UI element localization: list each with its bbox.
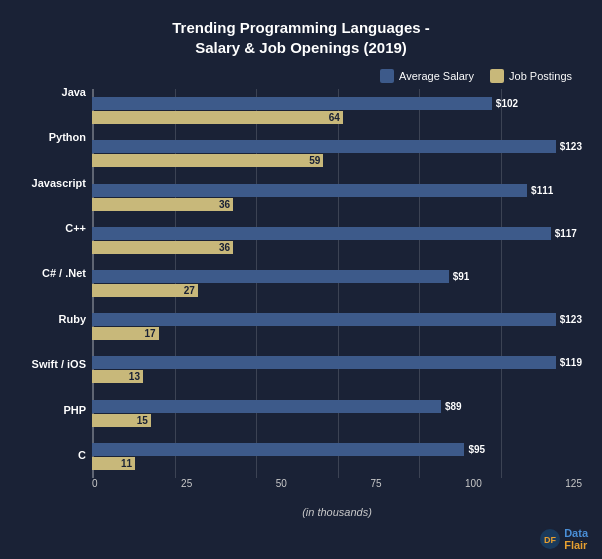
jobs-label-8: 11 xyxy=(121,458,132,469)
legend-salary: Average Salary xyxy=(380,69,474,83)
bar-group-ruby: $12317 xyxy=(92,305,582,348)
bars-wrapper: $10264$12359$11136$11736$9127$12317$1191… xyxy=(92,89,582,500)
salary-label-3: $117 xyxy=(555,228,577,239)
x-tick-5: 125 xyxy=(565,478,582,489)
salary-bar-row-8: $95 xyxy=(92,443,582,456)
chart-container: Trending Programming Languages - Salary … xyxy=(0,0,602,559)
bar-group-python: $12359 xyxy=(92,132,582,175)
jobs-label-3: 36 xyxy=(219,242,230,253)
legend-jobs: Job Postings xyxy=(490,69,572,83)
salary-bar-row-3: $117 xyxy=(92,227,582,240)
y-label-java: Java xyxy=(20,69,86,114)
jobs-bar-5: 17 xyxy=(92,327,159,340)
x-ticks: 0255075100125 xyxy=(92,478,582,489)
salary-bar-6 xyxy=(92,356,556,369)
x-tick-2: 50 xyxy=(276,478,287,489)
jobs-bar-row-2: 36 xyxy=(92,198,582,211)
jobs-bar-7: 15 xyxy=(92,414,151,427)
x-tick-1: 25 xyxy=(181,478,192,489)
salary-label-2: $111 xyxy=(531,185,553,196)
legend-salary-color xyxy=(380,69,394,83)
jobs-label-0: 64 xyxy=(329,112,340,123)
y-label-javascript: Javascript xyxy=(20,160,86,205)
salary-bar-row-6: $119 xyxy=(92,356,582,369)
salary-label-7: $89 xyxy=(445,401,462,412)
jobs-bar-row-3: 36 xyxy=(92,241,582,254)
jobs-bar-8: 11 xyxy=(92,457,135,470)
jobs-label-4: 27 xyxy=(184,285,195,296)
bar-group-c: $11736 xyxy=(92,219,582,262)
salary-bar-row-5: $123 xyxy=(92,313,582,326)
salary-label-0: $102 xyxy=(496,98,518,109)
jobs-bar-row-0: 64 xyxy=(92,111,582,124)
jobs-bar-4: 27 xyxy=(92,284,198,297)
salary-bar-row-4: $91 xyxy=(92,270,582,283)
jobs-bar-row-4: 27 xyxy=(92,284,582,297)
chart-area: JavaPythonJavascriptC++C# / .NetRubySwif… xyxy=(20,69,582,500)
bars-inner: $10264$12359$11136$11736$9127$12317$1191… xyxy=(92,89,582,478)
salary-label-4: $91 xyxy=(453,271,470,282)
y-label-c: C++ xyxy=(20,205,86,250)
salary-bar-row-1: $123 xyxy=(92,140,582,153)
salary-bar-1 xyxy=(92,140,556,153)
svg-text:DF: DF xyxy=(544,535,556,545)
jobs-label-7: 15 xyxy=(137,415,148,426)
salary-bar-row-7: $89 xyxy=(92,400,582,413)
x-axis: 0255075100125 (in thousands) xyxy=(92,478,582,500)
x-axis-label: (in thousands) xyxy=(92,506,582,518)
jobs-bar-1: 59 xyxy=(92,154,323,167)
y-axis-labels: JavaPythonJavascriptC++C# / .NetRubySwif… xyxy=(20,69,92,500)
jobs-bar-row-6: 13 xyxy=(92,370,582,383)
bar-group-java: $10264 xyxy=(92,89,582,132)
salary-bar-8 xyxy=(92,443,464,456)
jobs-bar-row-5: 17 xyxy=(92,327,582,340)
jobs-label-5: 17 xyxy=(145,328,156,339)
legend: Average Salary Job Postings xyxy=(92,69,582,83)
salary-bar-2 xyxy=(92,184,527,197)
y-label-swiftios: Swift / iOS xyxy=(20,342,86,387)
bar-group-cnet: $9127 xyxy=(92,262,582,305)
bar-group-javascript: $11136 xyxy=(92,175,582,218)
x-tick-4: 100 xyxy=(465,478,482,489)
salary-bar-0 xyxy=(92,97,492,110)
y-label-ruby: Ruby xyxy=(20,296,86,341)
jobs-bar-6: 13 xyxy=(92,370,143,383)
salary-label-8: $95 xyxy=(468,444,485,455)
bar-group-php: $8915 xyxy=(92,392,582,435)
salary-label-6: $119 xyxy=(560,357,582,368)
bar-group-c: $9511 xyxy=(92,435,582,478)
legend-salary-label: Average Salary xyxy=(399,70,474,82)
salary-bar-row-2: $111 xyxy=(92,184,582,197)
bars-section: Average Salary Job Postings $10264$12359… xyxy=(92,69,582,500)
jobs-label-1: 59 xyxy=(309,155,320,166)
dataflair-logo: DF DataFlair xyxy=(539,527,588,551)
salary-bar-row-0: $102 xyxy=(92,97,582,110)
jobs-bar-row-1: 59 xyxy=(92,154,582,167)
chart-title: Trending Programming Languages - Salary … xyxy=(20,18,582,57)
salary-bar-4 xyxy=(92,270,449,283)
salary-bar-7 xyxy=(92,400,441,413)
y-label-cnet: C# / .Net xyxy=(20,251,86,296)
legend-jobs-label: Job Postings xyxy=(509,70,572,82)
salary-label-5: $123 xyxy=(560,314,582,325)
salary-bar-3 xyxy=(92,227,551,240)
jobs-bar-0: 64 xyxy=(92,111,343,124)
dataflair-text: DataFlair xyxy=(564,527,588,551)
jobs-label-6: 13 xyxy=(129,371,140,382)
jobs-bar-2: 36 xyxy=(92,198,233,211)
y-label-c: C xyxy=(20,433,86,478)
legend-jobs-color xyxy=(490,69,504,83)
x-tick-0: 0 xyxy=(92,478,98,489)
bar-group-swiftios: $11913 xyxy=(92,348,582,391)
salary-label-1: $123 xyxy=(560,141,582,152)
y-label-python: Python xyxy=(20,114,86,159)
jobs-bar-row-7: 15 xyxy=(92,414,582,427)
x-tick-3: 75 xyxy=(370,478,381,489)
jobs-bar-3: 36 xyxy=(92,241,233,254)
dataflair-icon: DF xyxy=(539,528,561,550)
jobs-bar-row-8: 11 xyxy=(92,457,582,470)
jobs-label-2: 36 xyxy=(219,199,230,210)
y-label-php: PHP xyxy=(20,387,86,432)
salary-bar-5 xyxy=(92,313,556,326)
